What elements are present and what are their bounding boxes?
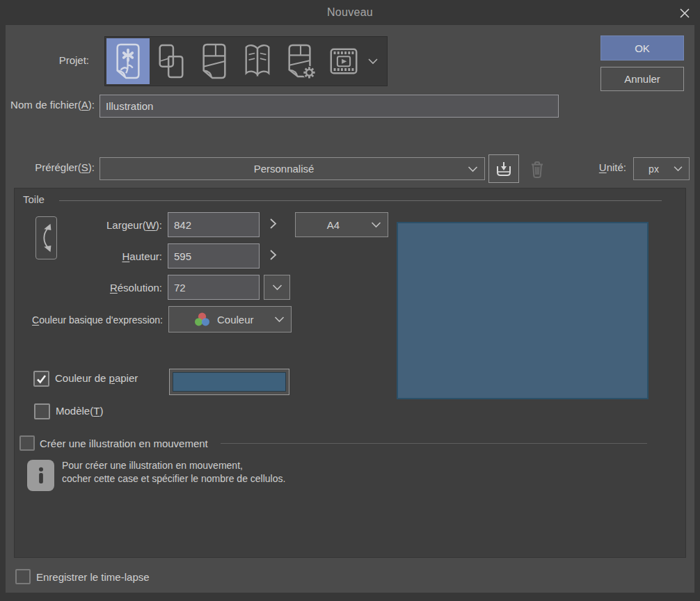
dialog-body: Projet: <box>6 25 694 593</box>
chevron-down-icon <box>368 58 378 65</box>
width-input[interactable] <box>168 212 260 237</box>
info-line-1: Pour créer une illustration en mouvement… <box>62 459 285 472</box>
illustration-icon <box>112 42 144 80</box>
ok-button[interactable]: OK <box>600 35 684 61</box>
unit-value: px <box>634 163 674 175</box>
expression-color-value: Couleur <box>217 314 274 326</box>
project-more-chevron[interactable] <box>368 58 378 65</box>
resolution-dropdown-button[interactable] <box>264 275 290 300</box>
webtoon-icon <box>155 42 187 80</box>
height-apply-chevron[interactable] <box>269 249 277 261</box>
paper-color-swatch-button[interactable] <box>169 369 289 395</box>
chevron-down-icon <box>272 284 283 291</box>
canvas-section: Toile Largeur(W): A4 Hauteur: <box>14 188 686 558</box>
checkmark-icon <box>36 374 47 384</box>
multiple-pages-icon <box>241 42 273 80</box>
resolution-input[interactable] <box>168 275 260 300</box>
resolution-label: Résolution: <box>15 282 162 294</box>
animation-icon <box>328 42 360 80</box>
preset-select[interactable]: Personnalisé <box>100 157 485 180</box>
expression-color-label: Couleur basique d'expression: <box>15 314 163 326</box>
close-icon <box>678 6 692 20</box>
info-line-2: cocher cette case et spécifier le nombre… <box>62 472 285 486</box>
paper-color-checkbox[interactable] <box>33 371 49 387</box>
project-option-webtoon[interactable] <box>150 38 193 84</box>
chevron-right-icon <box>269 249 277 261</box>
cancel-button[interactable]: Annuler <box>600 67 684 91</box>
info-icon <box>35 465 47 486</box>
timelapse-checkbox[interactable] <box>15 569 31 584</box>
close-button[interactable] <box>678 6 692 20</box>
info-badge <box>27 460 54 491</box>
expression-color-select[interactable]: Couleur <box>168 306 292 332</box>
chevron-right-icon <box>269 218 277 230</box>
comic-page-icon <box>198 42 230 80</box>
template-label: Modèle(T) <box>56 405 103 417</box>
unit-select[interactable]: px <box>633 157 690 180</box>
file-name-label: Nom de fichier(A): <box>6 99 95 111</box>
height-input[interactable] <box>168 243 260 269</box>
width-apply-chevron[interactable] <box>269 218 277 230</box>
project-option-comic[interactable] <box>193 38 236 84</box>
project-option-illustration[interactable] <box>106 38 150 84</box>
paper-color-swatch <box>173 372 286 392</box>
canvas-preview <box>397 222 649 399</box>
chevron-down-icon <box>274 316 285 323</box>
moving-illustration-label: Créer une illustration en mouvement <box>40 438 208 449</box>
project-option-animation[interactable] <box>322 38 365 84</box>
paper-size-select[interactable]: A4 <box>295 212 388 237</box>
section-divider <box>221 443 647 444</box>
paper-color-label: Couleur de papier <box>55 372 138 384</box>
paper-size-value: A4 <box>296 219 371 231</box>
save-preset-button[interactable] <box>488 154 519 183</box>
unit-label: Unité: <box>557 161 626 173</box>
project-type-toolbar <box>104 36 388 86</box>
file-name-input[interactable] <box>100 95 559 118</box>
info-text: Pour créer une illustration en mouvement… <box>62 459 285 486</box>
section-divider <box>59 200 662 201</box>
preset-label: Prérégler(S): <box>6 161 95 173</box>
chevron-down-icon <box>674 166 683 172</box>
delete-preset-button[interactable] <box>523 154 551 183</box>
template-checkbox[interactable] <box>34 403 50 419</box>
comic-settings-icon <box>285 42 317 80</box>
dialog-titlebar: Nouveau <box>0 0 700 25</box>
save-preset-icon <box>495 160 513 178</box>
preset-value: Personnalisé <box>100 163 468 175</box>
moving-illustration-row: Créer une illustration en mouvement <box>19 435 672 451</box>
dialog-title: Nouveau <box>0 0 700 25</box>
trash-icon <box>530 160 545 178</box>
height-label: Hauteur: <box>15 250 162 262</box>
rgb-circles-icon <box>194 312 210 327</box>
project-option-multiple-pages[interactable] <box>236 38 279 84</box>
project-option-comic-settings[interactable] <box>279 38 322 84</box>
project-label: Projet: <box>13 54 89 66</box>
timelapse-label: Enregistrer le time-lapse <box>36 571 150 583</box>
canvas-section-title: Toile <box>23 193 45 205</box>
chevron-down-icon <box>371 221 381 228</box>
width-label: Largeur(W): <box>15 219 162 231</box>
moving-illustration-checkbox[interactable] <box>19 435 35 451</box>
chevron-down-icon <box>468 166 478 173</box>
